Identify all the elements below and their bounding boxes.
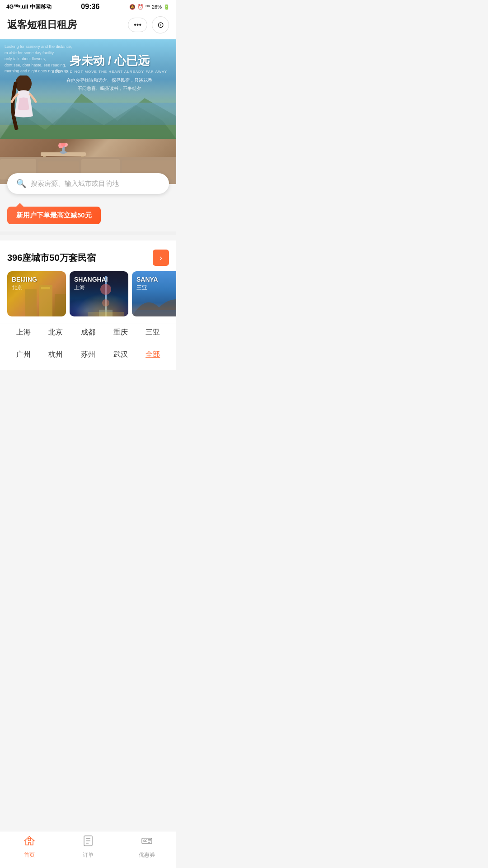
shanghai-zh-name: 上海 xyxy=(74,284,108,292)
time-display: 09:36 xyxy=(81,3,99,11)
search-placeholder-text: 搜索房源、输入城市或目的地 xyxy=(31,179,119,188)
hero-title: 身未动 / 心已远 xyxy=(52,53,167,69)
svg-rect-17 xyxy=(39,285,52,316)
bell-icon: 🔕 xyxy=(129,4,136,10)
scan-icon: ⊙ xyxy=(157,20,164,30)
city-item-sanya[interactable]: 三亚 xyxy=(136,324,169,341)
battery-icon: 🔋 xyxy=(164,4,170,10)
svg-rect-25 xyxy=(132,310,176,316)
hero-desc1: 在他乡寻找诗和远方、探寻民宿，只谈花香 不问悲喜、喝茶读书，不争朝夕 xyxy=(52,76,167,93)
city-card-sanya[interactable]: SANYA 三亚 xyxy=(132,271,176,316)
city-item-all[interactable]: 全部 xyxy=(136,346,169,363)
svg-rect-18 xyxy=(55,294,66,316)
sanya-label: SANYA 三亚 xyxy=(136,276,158,292)
section-arrow-button[interactable]: › xyxy=(153,250,169,266)
sanya-zh-name: 三亚 xyxy=(136,284,158,292)
city-card-beijing[interactable]: BEIJING 北京 xyxy=(7,271,66,316)
city-item-guangzhou[interactable]: 广州 xyxy=(7,346,40,363)
app-title: 返客短租日租房 xyxy=(7,18,77,32)
section-title: 396座城市50万套民宿 xyxy=(7,252,96,264)
city-item-suzhou[interactable]: 苏州 xyxy=(72,346,104,363)
more-button[interactable]: ••• xyxy=(128,18,147,32)
woman-svg xyxy=(7,75,41,139)
beijing-zh-name: 北京 xyxy=(12,284,37,292)
search-bar[interactable]: 🔍 搜索房源、输入城市或目的地 xyxy=(7,173,169,194)
hero-image: Looking for scenery and the distance,m a… xyxy=(0,39,176,139)
arrow-icon: › xyxy=(160,253,162,263)
shanghai-lights xyxy=(70,289,128,316)
svg-rect-16 xyxy=(25,289,37,316)
shanghai-en-name: SHANGHAI xyxy=(74,276,108,283)
promo-section: 新用户下单最高立减50元 xyxy=(0,207,176,224)
hd-icon: ᴴᴰ xyxy=(145,4,150,10)
city-item-chongqing[interactable]: 重庆 xyxy=(104,324,137,341)
city-item-wuhan[interactable]: 武汉 xyxy=(104,346,137,363)
hero-overlay: 身未动 / 心已远 BODY DID NOT MOVE THE HEART AL… xyxy=(52,53,167,93)
battery-text: 26% xyxy=(152,4,162,9)
status-bar: 4G⁴⁶ᵍ.ull 中国移动 09:36 🔕 ⏰ ᴴᴰ 26% 🔋 xyxy=(0,0,176,13)
sanya-en-name: SANYA xyxy=(136,276,158,283)
city-grid: 上海 北京 成都 重庆 三亚 广州 杭州 苏州 武汉 全部 xyxy=(0,324,176,370)
carrier-text: 4G⁴⁶ᵍ.ull 中国移动 xyxy=(6,3,52,11)
city-card-shanghai[interactable]: SHANGHAI 上海 xyxy=(70,271,128,316)
city-item-beijing[interactable]: 北京 xyxy=(40,324,72,341)
city-item-hangzhou[interactable]: 杭州 xyxy=(40,346,72,363)
beijing-label: BEIJING 北京 xyxy=(12,276,37,292)
hero-subtitle-en: BODY DID NOT MOVE THE HEART ALREADY FAR … xyxy=(52,70,167,74)
alarm-icon: ⏰ xyxy=(137,4,144,10)
search-icon: 🔍 xyxy=(16,179,26,189)
woman-figure xyxy=(7,75,41,139)
search-container: 🔍 搜索房源、输入城市或目的地 xyxy=(7,173,169,194)
app-header: 返客短租日租房 ••• ⊙ xyxy=(0,13,176,39)
city-cards-container: BEIJING 北京 SHANGHAI 上海 xyxy=(0,271,176,324)
city-item-chengdu[interactable]: 成都 xyxy=(72,324,104,341)
beijing-en-name: BEIJING xyxy=(12,276,37,283)
city-item-shanghai[interactable]: 上海 xyxy=(7,324,40,341)
shanghai-label: SHANGHAI 上海 xyxy=(74,276,108,292)
city-section-header: 396座城市50万套民宿 › xyxy=(0,241,176,271)
status-icons: 🔕 ⏰ ᴴᴰ 26% 🔋 xyxy=(129,4,170,10)
section-divider xyxy=(0,231,176,235)
scan-button[interactable]: ⊙ xyxy=(152,16,169,33)
promo-badge[interactable]: 新用户下单最高立减50元 xyxy=(7,207,101,224)
header-actions: ••• ⊙ xyxy=(128,16,169,33)
svg-rect-19 xyxy=(41,287,50,289)
hero-section: Looking for scenery and the distance,m a… xyxy=(0,39,176,184)
svg-point-2 xyxy=(15,75,32,93)
